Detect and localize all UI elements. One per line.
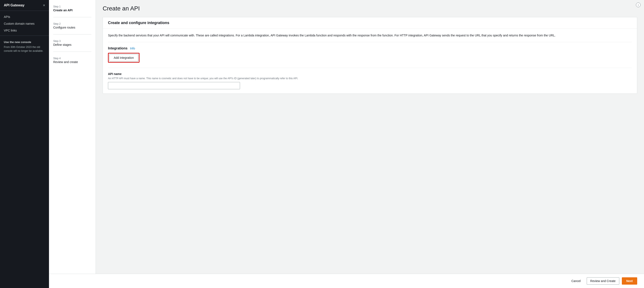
sidebar-divider: [0, 36, 49, 36]
footer: Cancel Review and Create Next: [49, 274, 644, 288]
sidebar-item-apis[interactable]: APIs: [0, 14, 49, 20]
step-4-label: Step 4: [53, 57, 91, 60]
step-item-2: Step 2 Configure routes: [53, 22, 91, 29]
step-3-label: Step 3: [53, 40, 91, 42]
card-description: Specify the backend services that your A…: [108, 33, 632, 38]
main-container: Step 1 Create an API Step 2 Configure ro…: [49, 0, 644, 288]
api-name-description: An HTTP API must have a name. This name …: [108, 76, 632, 80]
sidebar-header: API Gateway ×: [0, 0, 49, 11]
api-name-label: API name: [108, 72, 632, 76]
step-item-1: Step 1 Create an API: [53, 5, 91, 12]
api-name-section: API name An HTTP API must have a name. T…: [108, 72, 632, 89]
info-icon[interactable]: i: [636, 2, 640, 7]
next-button[interactable]: Next: [622, 277, 637, 284]
step-divider-2: [53, 34, 91, 34]
sidebar-close-button[interactable]: ×: [43, 4, 45, 7]
sidebar-item-vpc-links[interactable]: VPC links: [0, 27, 49, 34]
card-header: Create and configure integrations: [103, 17, 637, 29]
step-1-name: Create an API: [53, 8, 91, 12]
add-integration-button[interactable]: Add integration: [109, 54, 138, 61]
step-divider-3: [53, 52, 91, 52]
step-2-label: Step 2: [53, 22, 91, 25]
sidebar-item-custom-domain-names[interactable]: Custom domain names: [0, 20, 49, 27]
step-4-name: Review and create: [53, 60, 91, 64]
card-body: Specify the backend services that your A…: [103, 29, 637, 94]
info-link[interactable]: Info: [130, 47, 135, 50]
main-content: Create an API Create and configure integ…: [96, 0, 644, 274]
page-title: Create an API: [103, 5, 637, 12]
review-create-button[interactable]: Review and Create: [587, 277, 619, 284]
integrations-row: Integrations Info: [108, 46, 632, 50]
sidebar-title: API Gateway: [4, 4, 24, 7]
sidebar-nav: APIs Custom domain names VPC links Use t…: [0, 11, 49, 58]
api-name-input[interactable]: [108, 82, 240, 89]
integrations-label: Integrations: [108, 46, 128, 50]
section-divider: [108, 42, 632, 42]
step-3-name: Define stages: [53, 43, 91, 46]
api-name-divider: [108, 68, 632, 68]
step-item-3: Step 3 Define stages: [53, 40, 91, 46]
steps-panel: Step 1 Create an API Step 2 Configure ro…: [49, 0, 96, 274]
content-area: Step 1 Create an API Step 2 Configure ro…: [49, 0, 644, 274]
card-header-title: Create and configure integrations: [108, 21, 169, 25]
step-item-4: Step 4 Review and create: [53, 57, 91, 64]
sidebar-notice: Use the new console From 30th October 20…: [0, 38, 49, 56]
sidebar-notice-body: From 30th October 2023 the old console w…: [4, 45, 45, 53]
add-integration-wrapper: Add integration: [108, 53, 140, 63]
integrations-card: Create and configure integrations Specif…: [103, 17, 637, 94]
sidebar-notice-title: Use the new console: [4, 40, 45, 44]
step-1-label: Step 1: [53, 5, 91, 8]
step-divider-1: [53, 17, 91, 17]
sidebar: API Gateway × APIs Custom domain names V…: [0, 0, 49, 288]
step-2-name: Configure routes: [53, 26, 91, 29]
cancel-button[interactable]: Cancel: [568, 278, 584, 284]
